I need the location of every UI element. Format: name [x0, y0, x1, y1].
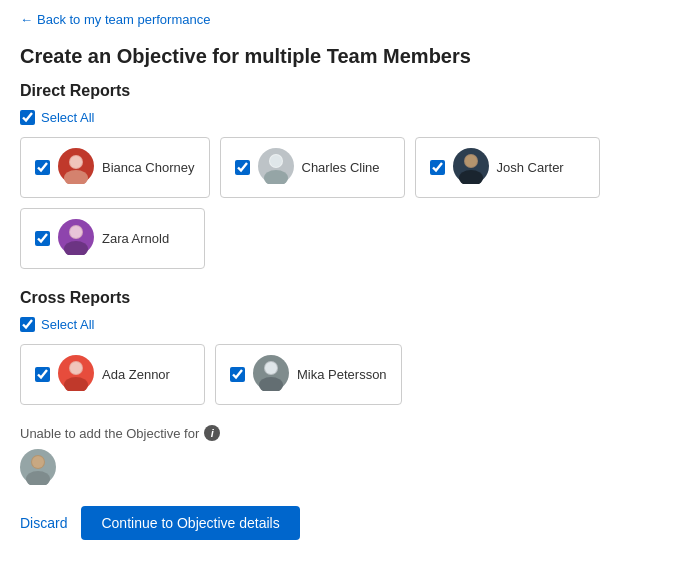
member-name-ada: Ada Zennor: [102, 367, 170, 382]
member-name-mika: Mika Petersson: [297, 367, 387, 382]
unable-label-row: Unable to add the Objective for i: [20, 425, 665, 441]
discard-button[interactable]: Discard: [20, 507, 67, 539]
svg-point-27: [32, 456, 44, 468]
avatar-zara: [58, 219, 94, 258]
avatar-bianca: [58, 148, 94, 187]
member-checkbox-bianca[interactable]: [35, 160, 50, 175]
member-card-zara[interactable]: Zara Arnold: [20, 208, 205, 269]
cross-reports-grid: Ada Zennor Mika Petersson: [20, 344, 665, 405]
member-card-mika[interactable]: Mika Petersson: [215, 344, 402, 405]
avatar-josh: [453, 148, 489, 187]
member-checkbox-charles[interactable]: [235, 160, 250, 175]
avatar-img-josh: [453, 148, 489, 184]
cross-reports-select-all-label: Select All: [41, 317, 94, 332]
member-card-josh[interactable]: Josh Carter: [415, 137, 600, 198]
avatar-ada: [58, 355, 94, 394]
direct-reports-grid: Bianca Chorney Charles Cline: [20, 137, 665, 269]
cross-reports-select-all[interactable]: Select All: [20, 317, 665, 332]
direct-reports-select-all-checkbox[interactable]: [20, 110, 35, 125]
member-name-charles: Charles Cline: [302, 160, 380, 175]
direct-reports-select-all[interactable]: Select All: [20, 110, 665, 125]
avatar-img-ada: [58, 355, 94, 391]
member-name-zara: Zara Arnold: [102, 231, 169, 246]
member-checkbox-ada[interactable]: [35, 367, 50, 382]
direct-reports-select-all-label: Select All: [41, 110, 94, 125]
member-card-ada[interactable]: Ada Zennor: [20, 344, 205, 405]
unable-section: Unable to add the Objective for i: [20, 425, 665, 488]
direct-reports-section: Direct Reports Select All Bianca Chorney: [20, 82, 665, 269]
svg-point-3: [70, 156, 82, 168]
member-card-bianca[interactable]: Bianca Chorney: [20, 137, 210, 198]
cross-reports-heading: Cross Reports: [20, 289, 665, 307]
member-checkbox-josh[interactable]: [430, 160, 445, 175]
member-checkbox-mika[interactable]: [230, 367, 245, 382]
member-card-charles[interactable]: Charles Cline: [220, 137, 405, 198]
cross-reports-select-all-checkbox[interactable]: [20, 317, 35, 332]
avatar-charles: [258, 148, 294, 187]
info-icon[interactable]: i: [204, 425, 220, 441]
svg-point-23: [265, 362, 277, 374]
member-checkbox-zara[interactable]: [35, 231, 50, 246]
unable-person-avatar: [20, 449, 56, 485]
svg-point-19: [70, 362, 82, 374]
unable-label-text: Unable to add the Objective for: [20, 426, 199, 441]
svg-point-15: [70, 226, 82, 238]
avatar-img-bianca: [58, 148, 94, 184]
svg-point-7: [270, 155, 282, 167]
back-link-label: Back to my team performance: [37, 12, 210, 27]
avatar-mika: [253, 355, 289, 394]
page-title: Create an Objective for multiple Team Me…: [20, 45, 665, 68]
avatar-img-charles: [258, 148, 294, 184]
back-arrow-icon: ←: [20, 12, 33, 27]
member-name-josh: Josh Carter: [497, 160, 564, 175]
member-name-bianca: Bianca Chorney: [102, 160, 195, 175]
continue-button[interactable]: Continue to Objective details: [81, 506, 299, 540]
direct-reports-heading: Direct Reports: [20, 82, 665, 100]
cross-reports-section: Cross Reports Select All Ada Zennor: [20, 289, 665, 405]
avatar-img-mika: [253, 355, 289, 391]
avatar-img-zara: [58, 219, 94, 255]
svg-point-11: [465, 155, 477, 167]
back-link[interactable]: ← Back to my team performance: [20, 12, 665, 27]
actions-row: Discard Continue to Objective details: [20, 506, 665, 540]
